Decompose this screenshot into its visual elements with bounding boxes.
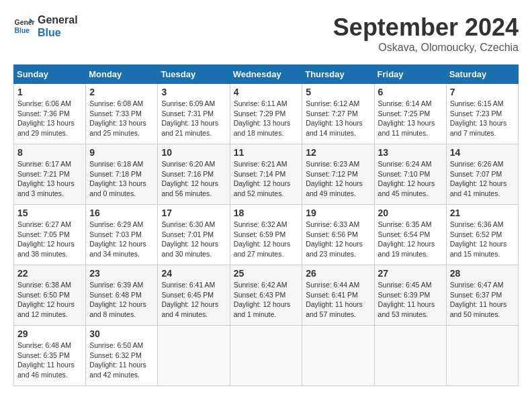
calendar-week-row: 15Sunrise: 6:27 AM Sunset: 7:05 PM Dayli…: [14, 205, 519, 265]
day-number: 27: [378, 268, 443, 279]
logo-general: General: [38, 13, 78, 26]
day-info: Sunrise: 6:44 AM Sunset: 6:41 PM Dayligh…: [306, 280, 370, 320]
calendar-cell: 29Sunrise: 6:48 AM Sunset: 6:35 PM Dayli…: [14, 326, 86, 386]
calendar-cell: 7Sunrise: 6:15 AM Sunset: 7:23 PM Daylig…: [446, 84, 518, 144]
day-info: Sunrise: 6:29 AM Sunset: 7:03 PM Dayligh…: [89, 220, 154, 259]
day-number: 10: [161, 147, 226, 158]
calendar-cell: 5Sunrise: 6:12 AM Sunset: 7:27 PM Daylig…: [302, 84, 374, 144]
day-info: Sunrise: 6:11 AM Sunset: 7:29 PM Dayligh…: [234, 99, 299, 138]
logo-blue: Blue: [38, 26, 78, 39]
calendar-cell: 22Sunrise: 6:38 AM Sunset: 6:50 PM Dayli…: [14, 265, 86, 326]
calendar-cell: 23Sunrise: 6:39 AM Sunset: 6:48 PM Dayli…: [86, 265, 158, 326]
calendar-cell: 30Sunrise: 6:50 AM Sunset: 6:32 PM Dayli…: [86, 326, 158, 386]
day-number: 8: [17, 147, 82, 158]
day-info: Sunrise: 6:48 AM Sunset: 6:35 PM Dayligh…: [17, 340, 82, 380]
weekday-header: Thursday: [302, 65, 374, 84]
day-info: Sunrise: 6:50 AM Sunset: 6:32 PM Dayligh…: [89, 340, 154, 380]
day-number: 22: [17, 268, 82, 279]
day-info: Sunrise: 6:39 AM Sunset: 6:48 PM Dayligh…: [89, 280, 154, 320]
calendar-cell: 11Sunrise: 6:21 AM Sunset: 7:14 PM Dayli…: [230, 144, 302, 205]
calendar-week-row: 29Sunrise: 6:48 AM Sunset: 6:35 PM Dayli…: [14, 326, 519, 386]
day-number: 23: [89, 268, 154, 279]
day-number: 16: [89, 208, 154, 218]
day-info: Sunrise: 6:14 AM Sunset: 7:25 PM Dayligh…: [378, 99, 443, 138]
calendar-cell: [374, 326, 446, 386]
day-number: 30: [89, 328, 154, 339]
calendar-cell: 9Sunrise: 6:18 AM Sunset: 7:18 PM Daylig…: [86, 144, 158, 205]
day-number: 11: [234, 147, 299, 158]
day-number: 15: [17, 208, 82, 218]
calendar-cell: 6Sunrise: 6:14 AM Sunset: 7:25 PM Daylig…: [374, 84, 446, 144]
day-number: 29: [17, 328, 82, 339]
day-info: Sunrise: 6:33 AM Sunset: 6:56 PM Dayligh…: [306, 220, 370, 259]
calendar-week-row: 1Sunrise: 6:06 AM Sunset: 7:36 PM Daylig…: [14, 84, 519, 144]
day-number: 12: [306, 147, 370, 158]
day-number: 1: [17, 87, 82, 97]
day-info: Sunrise: 6:12 AM Sunset: 7:27 PM Dayligh…: [306, 99, 370, 138]
day-number: 17: [161, 208, 226, 218]
calendar-header: SundayMondayTuesdayWednesdayThursdayFrid…: [14, 65, 519, 84]
day-info: Sunrise: 6:09 AM Sunset: 7:31 PM Dayligh…: [161, 99, 226, 138]
calendar-week-row: 8Sunrise: 6:17 AM Sunset: 7:21 PM Daylig…: [14, 144, 519, 205]
day-number: 28: [450, 268, 515, 279]
day-info: Sunrise: 6:47 AM Sunset: 6:37 PM Dayligh…: [450, 280, 515, 320]
calendar-week-row: 22Sunrise: 6:38 AM Sunset: 6:50 PM Dayli…: [14, 265, 519, 326]
day-info: Sunrise: 6:21 AM Sunset: 7:14 PM Dayligh…: [234, 159, 299, 199]
calendar-cell: [158, 326, 230, 386]
calendar-cell: 25Sunrise: 6:42 AM Sunset: 6:43 PM Dayli…: [230, 265, 302, 326]
calendar-cell: 26Sunrise: 6:44 AM Sunset: 6:41 PM Dayli…: [302, 265, 374, 326]
calendar-cell: 27Sunrise: 6:45 AM Sunset: 6:39 PM Dayli…: [374, 265, 446, 326]
day-info: Sunrise: 6:41 AM Sunset: 6:45 PM Dayligh…: [161, 280, 226, 320]
day-info: Sunrise: 6:36 AM Sunset: 6:52 PM Dayligh…: [450, 220, 515, 259]
weekday-header: Friday: [374, 65, 446, 84]
calendar-cell: 8Sunrise: 6:17 AM Sunset: 7:21 PM Daylig…: [14, 144, 86, 205]
day-info: Sunrise: 6:45 AM Sunset: 6:39 PM Dayligh…: [378, 280, 443, 320]
day-info: Sunrise: 6:06 AM Sunset: 7:36 PM Dayligh…: [17, 99, 82, 138]
day-info: Sunrise: 6:20 AM Sunset: 7:16 PM Dayligh…: [161, 159, 226, 199]
calendar-cell: 18Sunrise: 6:32 AM Sunset: 6:59 PM Dayli…: [230, 205, 302, 265]
calendar-cell: 14Sunrise: 6:26 AM Sunset: 7:07 PM Dayli…: [446, 144, 518, 205]
calendar-cell: 20Sunrise: 6:35 AM Sunset: 6:54 PM Dayli…: [374, 205, 446, 265]
day-info: Sunrise: 6:15 AM Sunset: 7:23 PM Dayligh…: [450, 99, 515, 138]
day-info: Sunrise: 6:26 AM Sunset: 7:07 PM Dayligh…: [450, 159, 515, 199]
day-number: 19: [306, 208, 370, 218]
calendar-cell: 13Sunrise: 6:24 AM Sunset: 7:10 PM Dayli…: [374, 144, 446, 205]
calendar-cell: 15Sunrise: 6:27 AM Sunset: 7:05 PM Dayli…: [14, 205, 86, 265]
day-number: 20: [378, 208, 443, 218]
calendar-table: SundayMondayTuesdayWednesdayThursdayFrid…: [13, 64, 519, 386]
calendar-cell: 10Sunrise: 6:20 AM Sunset: 7:16 PM Dayli…: [158, 144, 230, 205]
day-number: 6: [378, 87, 443, 97]
header-row: SundayMondayTuesdayWednesdayThursdayFrid…: [14, 65, 519, 84]
location-subtitle: Oskava, Olomoucky, Czechia: [333, 42, 519, 54]
day-number: 13: [378, 147, 443, 158]
day-number: 18: [234, 208, 299, 218]
month-title: September 2024: [333, 13, 519, 42]
calendar-cell: 12Sunrise: 6:23 AM Sunset: 7:12 PM Dayli…: [302, 144, 374, 205]
day-info: Sunrise: 6:27 AM Sunset: 7:05 PM Dayligh…: [17, 220, 82, 259]
calendar-cell: 28Sunrise: 6:47 AM Sunset: 6:37 PM Dayli…: [446, 265, 518, 326]
calendar-cell: 17Sunrise: 6:30 AM Sunset: 7:01 PM Dayli…: [158, 205, 230, 265]
day-number: 21: [450, 208, 515, 218]
calendar-cell: [230, 326, 302, 386]
calendar-cell: 16Sunrise: 6:29 AM Sunset: 7:03 PM Dayli…: [86, 205, 158, 265]
day-info: Sunrise: 6:08 AM Sunset: 7:33 PM Dayligh…: [89, 99, 154, 138]
day-info: Sunrise: 6:18 AM Sunset: 7:18 PM Dayligh…: [89, 159, 154, 199]
day-info: Sunrise: 6:24 AM Sunset: 7:10 PM Dayligh…: [378, 159, 443, 199]
calendar-cell: 3Sunrise: 6:09 AM Sunset: 7:31 PM Daylig…: [158, 84, 230, 144]
weekday-header: Wednesday: [230, 65, 302, 84]
logo-icon: General Blue: [13, 15, 35, 37]
calendar-cell: 24Sunrise: 6:41 AM Sunset: 6:45 PM Dayli…: [158, 265, 230, 326]
day-number: 7: [450, 87, 515, 97]
day-info: Sunrise: 6:38 AM Sunset: 6:50 PM Dayligh…: [17, 280, 82, 320]
weekday-header: Tuesday: [158, 65, 230, 84]
calendar-cell: 21Sunrise: 6:36 AM Sunset: 6:52 PM Dayli…: [446, 205, 518, 265]
day-number: 14: [450, 147, 515, 158]
page-header: General Blue General Blue September 2024…: [13, 13, 519, 54]
weekday-header: Sunday: [14, 65, 86, 84]
day-info: Sunrise: 6:23 AM Sunset: 7:12 PM Dayligh…: [306, 159, 370, 199]
day-number: 4: [234, 87, 299, 97]
calendar-cell: [302, 326, 374, 386]
calendar-cell: [446, 326, 518, 386]
title-block: September 2024 Oskava, Olomoucky, Czechi…: [333, 13, 519, 54]
svg-text:Blue: Blue: [15, 27, 30, 34]
